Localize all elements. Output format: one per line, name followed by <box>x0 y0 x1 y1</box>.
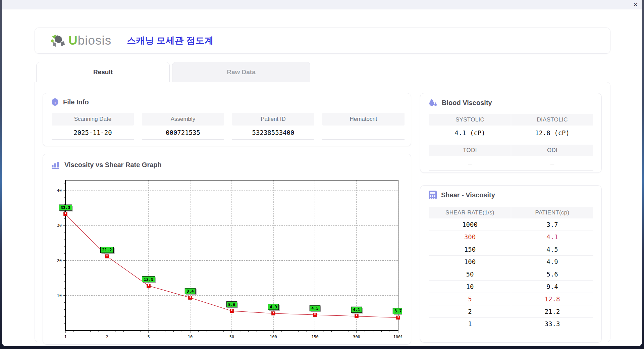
file-info-fields: Scanning Date 2025-11-20 Assembly 000721… <box>52 113 405 140</box>
field-patient-id: Patient ID 53238553400 <box>232 113 314 140</box>
file-info-title: i File Info <box>51 98 89 106</box>
svg-text:1: 1 <box>64 335 66 339</box>
close-icon[interactable]: × <box>634 1 637 8</box>
svg-text:33.3: 33.3 <box>61 205 70 210</box>
svg-text:3.7: 3.7 <box>394 309 402 313</box>
table-row: 109.4 <box>429 281 593 293</box>
svg-text:40: 40 <box>57 188 62 193</box>
bar-chart-icon <box>51 160 60 169</box>
svg-text:5: 5 <box>147 335 150 339</box>
svg-text:100: 100 <box>270 335 277 339</box>
blood-viscosity-card: Blood Viscosity SYSTOLIC DIASTOLIC 4.1 (… <box>420 93 602 173</box>
viscosity-chart: 102030401251050100150300100033.321.212.8… <box>53 173 402 341</box>
svg-text:10: 10 <box>57 293 62 298</box>
svg-text:2: 2 <box>106 335 108 339</box>
field-assembly: Assembly 000721535 <box>142 113 224 140</box>
tab-result[interactable]: Result <box>36 62 170 82</box>
svg-text:150: 150 <box>311 335 319 339</box>
shear-viscosity-title: Shear - Viscosity <box>428 190 495 200</box>
ubiosis-leaf-icon <box>50 34 66 48</box>
table-row: 505.6 <box>429 268 593 281</box>
table-row: 1004.9 <box>429 256 593 268</box>
svg-text:1000: 1000 <box>393 335 402 339</box>
logo: Ubiosis <box>50 34 111 48</box>
shear-viscosity-card: Shear - Viscosity SHEAR RATE(1/s) PATIEN… <box>420 185 602 343</box>
svg-text:30: 30 <box>57 223 62 228</box>
table-row: 1504.5 <box>429 243 593 256</box>
diastolic-value: 12.8 (cP) <box>511 126 593 140</box>
svg-text:50: 50 <box>229 335 234 339</box>
table-row: 221.2 <box>429 305 593 318</box>
svg-text:21.2: 21.2 <box>102 248 112 252</box>
shear-viscosity-table: SHEAR RATE(1/s) PATIENT(cp) 10003.7 3004… <box>429 207 593 330</box>
window-titlebar: × <box>2 0 642 9</box>
svg-text:300: 300 <box>353 335 360 339</box>
svg-text:4.5: 4.5 <box>311 306 319 311</box>
field-scanning-date: Scanning Date 2025-11-20 <box>52 113 134 140</box>
graph-title: Viscosity vs Shear Rate Graph <box>51 160 162 169</box>
todi-value: – <box>429 156 511 171</box>
result-panel: i File Info Scanning Date 2025-11-20 Ass… <box>35 82 610 342</box>
file-info-card: i File Info Scanning Date 2025-11-20 Ass… <box>43 93 411 146</box>
blood-drops-icon <box>428 98 438 107</box>
odi-value: – <box>511 156 593 171</box>
svg-text:4.9: 4.9 <box>270 305 277 309</box>
systolic-value: 4.1 (cP) <box>429 126 511 140</box>
info-icon: i <box>51 98 59 106</box>
table-grid-icon <box>428 190 437 200</box>
tab-raw-data[interactable]: Raw Data <box>172 62 310 82</box>
table-row: 10003.7 <box>429 218 593 231</box>
blood-viscosity-title: Blood Viscosity <box>428 98 492 107</box>
viscosity-graph-card: Viscosity vs Shear Rate Graph 1020304012… <box>43 154 411 345</box>
table-row: 512.8 <box>429 293 593 305</box>
svg-text:10: 10 <box>188 335 193 339</box>
app-header: Ubiosis 스캐닝 모세관 점도계 <box>35 28 610 54</box>
svg-text:9.4: 9.4 <box>186 289 194 294</box>
svg-text:20: 20 <box>57 258 62 263</box>
app-window: Ubiosis 스캐닝 모세관 점도계 Result Raw Data i Fi… <box>2 9 642 346</box>
table-row: 3004.1 <box>429 231 593 243</box>
svg-text:5.6: 5.6 <box>228 302 235 307</box>
svg-text:4.1: 4.1 <box>353 307 360 312</box>
svg-text:12.8: 12.8 <box>144 277 154 282</box>
page-title: 스캐닝 모세관 점도계 <box>127 35 213 47</box>
svg-text:i: i <box>54 100 56 105</box>
logo-text: Ubiosis <box>68 34 111 48</box>
table-row: 133.3 <box>429 318 593 330</box>
shear-table-header: SHEAR RATE(1/s) PATIENT(cp) <box>429 207 593 218</box>
field-hematocrit: Hematocrit <box>322 113 405 140</box>
blood-viscosity-table: SYSTOLIC DIASTOLIC 4.1 (cP) 12.8 (cP) TO… <box>429 114 593 171</box>
